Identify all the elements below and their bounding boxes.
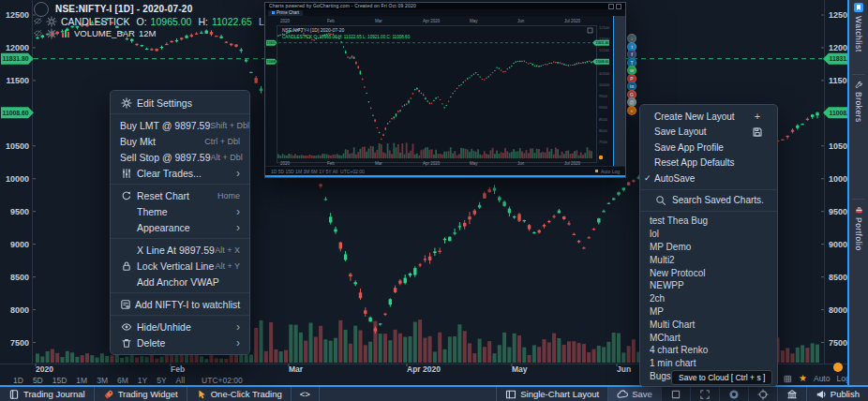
svg-text:8000: 8000 xyxy=(829,305,847,315)
saved-chart-1-min-chart[interactable]: 1 min chart xyxy=(640,357,777,370)
saved-chart-4-chart-renko[interactable]: 4 chart Renko xyxy=(640,344,777,357)
volume-value: 12M xyxy=(139,28,156,38)
square-tool-button[interactable] xyxy=(661,387,690,401)
layout-menu-item-reset-app-defaults[interactable]: Reset App Defaults xyxy=(640,156,777,171)
timeframe-6m[interactable]: 6M xyxy=(117,376,128,385)
context-menu-item-theme[interactable]: Theme› xyxy=(111,203,249,219)
context-menu-item-add-nifty-i-to-watchlist[interactable]: Add NIFTY-I to watchlist xyxy=(111,296,249,312)
save-button[interactable]: Save xyxy=(607,387,661,401)
gear-icon[interactable] xyxy=(46,16,57,27)
svg-text:11831.80: 11831.80 xyxy=(267,41,280,45)
context-menu-item-delete[interactable]: Delete› xyxy=(111,334,249,350)
timeframe-3m[interactable]: 3M xyxy=(97,376,108,385)
layout-icon xyxy=(505,389,516,400)
preview-tab: Prime Chart xyxy=(268,10,303,16)
menu-divider xyxy=(111,113,249,114)
timeframe-15d[interactable]: 15D xyxy=(52,376,67,385)
trading-journal-button[interactable]: Trading Journal xyxy=(0,387,95,401)
saved-chart-mp-demo[interactable]: MP Demo xyxy=(640,241,777,254)
svg-text:7500: 7500 xyxy=(10,338,29,348)
svg-text:Jun: Jun xyxy=(517,19,525,23)
layout-menu-item-create-new-layout[interactable]: Create New Layout+ xyxy=(640,109,777,125)
context-menu-item-buy-lmt-9897-59[interactable]: Buy LMT @ 9897.59Shift + Dbl xyxy=(111,117,249,133)
tab-portfolio[interactable]: Portfolio xyxy=(849,206,868,251)
context-menu: Edit SettingsBuy LMT @ 9897.59Shift + Db… xyxy=(110,90,250,355)
divider xyxy=(852,199,865,200)
trading-widget-button[interactable]: Trading Widget xyxy=(95,387,187,401)
cloud-icon xyxy=(617,389,628,400)
one-click-trading-button[interactable]: One-Click Trading xyxy=(187,387,292,401)
chart-preview-overlay[interactable]: Charts powered by GoCharting.com - Creat… xyxy=(264,2,626,178)
watchlist-add-icon xyxy=(120,299,131,310)
lock-icon xyxy=(120,260,133,272)
timeframe-5y[interactable]: 5Y xyxy=(157,376,166,385)
svg-text:May: May xyxy=(512,364,528,374)
search-saved-charts[interactable]: Search Saved Charts. xyxy=(640,193,777,209)
context-menu-item-sell-stop-9897-59[interactable]: Sell Stop @ 9897.59Alt + Dbl xyxy=(111,149,249,165)
preview-notify-dot xyxy=(595,170,598,172)
context-menu-item-reset-chart[interactable]: Reset ChartHome xyxy=(111,187,249,203)
chart-zoom-icon[interactable] xyxy=(34,2,49,17)
timeframe-1d[interactable]: 1D xyxy=(13,376,23,385)
preview-title-bar: Charts powered by GoCharting.com - Creat… xyxy=(265,3,625,9)
context-menu-item-hide-unhide[interactable]: Hide/Unhide› xyxy=(111,319,249,334)
open-value: 10965.00 xyxy=(151,16,192,27)
svg-text:9500: 9500 xyxy=(599,94,608,98)
timeframe-buttons: 1D5D15D1M3M6M1Y5YAll xyxy=(13,376,185,385)
svg-text:10500: 10500 xyxy=(6,141,29,151)
preview-title: Charts powered by GoCharting.com - Creat… xyxy=(269,3,416,9)
layout-menu-item-save-app-profile[interactable]: Save App Profile xyxy=(640,140,777,156)
tab-brokers[interactable]: Brokers xyxy=(849,81,868,123)
gear-icon[interactable] xyxy=(46,28,57,39)
context-menu-item-buy-mkt[interactable]: Buy MktCtrl + Dbl xyxy=(111,133,249,149)
trash-icon xyxy=(120,337,133,349)
tab-watchlist[interactable]: Watchlist xyxy=(849,2,868,52)
favorite-star-icon[interactable]: ★ xyxy=(799,374,807,383)
grid-icon[interactable] xyxy=(784,375,792,383)
timeframe-5d[interactable]: 5D xyxy=(33,376,43,385)
saved-chart-2ch[interactable]: 2ch xyxy=(640,292,777,305)
timeframe-1y[interactable]: 1Y xyxy=(138,376,147,385)
timezone-label[interactable]: UTC+02:00 xyxy=(202,376,243,385)
eye-off-icon[interactable] xyxy=(34,17,42,25)
context-menu-item-edit-settings[interactable]: Edit Settings xyxy=(111,95,249,111)
svg-text:7500: 7500 xyxy=(829,338,847,348)
svg-text:8500: 8500 xyxy=(599,117,608,122)
publish-button[interactable]: Publish xyxy=(806,387,868,401)
saved-chart-lol[interactable]: lol xyxy=(640,228,777,241)
saved-chart-multi2[interactable]: Multi2 xyxy=(640,253,777,266)
bottom-bar: Trading JournalTrading WidgetOne-Click T… xyxy=(0,387,868,401)
context-menu-item-x-line-at-9897-59[interactable]: X Line At 9897.59Alt + X xyxy=(111,242,249,258)
preview-tab-bar: Prime Chart xyxy=(265,9,625,16)
notification-dot[interactable] xyxy=(833,363,843,372)
timeframe-all[interactable]: All xyxy=(176,376,185,385)
svg-text:CANDLESTICK O: 10965.00 H: 110: CANDLESTICK O: 10965.00 H: 11022.65 L: 1… xyxy=(282,35,411,39)
context-menu-item-add-anchor-vwap[interactable]: Add Anchor VWAP xyxy=(111,274,249,290)
layout-menu-item-autosave[interactable]: ✓AutoSave xyxy=(640,171,777,186)
preview-chart: 1250012000115001100010500100009500900085… xyxy=(265,16,625,166)
svg-text:Mar: Mar xyxy=(375,19,382,23)
layout-menu-item-save-layout[interactable]: Save Layout xyxy=(640,125,777,141)
context-menu-item-lock-vertical-line[interactable]: Lock Vertical LineAlt + Y xyxy=(111,258,249,274)
svg-text:8500: 8500 xyxy=(10,273,29,282)
saved-chart-multi-chart[interactable]: Multi Chart xyxy=(640,318,777,331)
svg-text:Feb: Feb xyxy=(327,19,335,23)
saved-chart-mp[interactable]: MP xyxy=(640,305,777,319)
bank-button[interactable] xyxy=(777,387,806,401)
timeframe-1m[interactable]: 1M xyxy=(76,376,87,385)
context-menu-item-clear-trades[interactable]: Clear Trades...› xyxy=(111,165,249,181)
snapshot-button[interactable] xyxy=(719,387,748,401)
more-share-button[interactable]: + xyxy=(627,106,636,115)
saved-chart-new-protocol[interactable]: New Protocol xyxy=(640,266,777,279)
saved-chart-test-thea-bug[interactable]: test Thea Bug xyxy=(640,215,777,228)
code-button[interactable]: <> xyxy=(292,387,320,401)
saved-chart-newpp[interactable]: NEWPP xyxy=(640,279,777,292)
single-chart-layout-button[interactable]: Single-Chart Layout xyxy=(496,387,607,401)
context-menu-item-appearance[interactable]: Appearance› xyxy=(111,219,249,235)
auto-scale-toggle[interactable]: Auto xyxy=(814,374,831,383)
eye-off-icon[interactable] xyxy=(34,29,42,37)
menu-divider xyxy=(111,184,249,185)
saved-chart-mchart[interactable]: MChart xyxy=(640,331,777,344)
fullscreen-button[interactable] xyxy=(690,387,719,401)
target-button[interactable] xyxy=(748,387,777,401)
